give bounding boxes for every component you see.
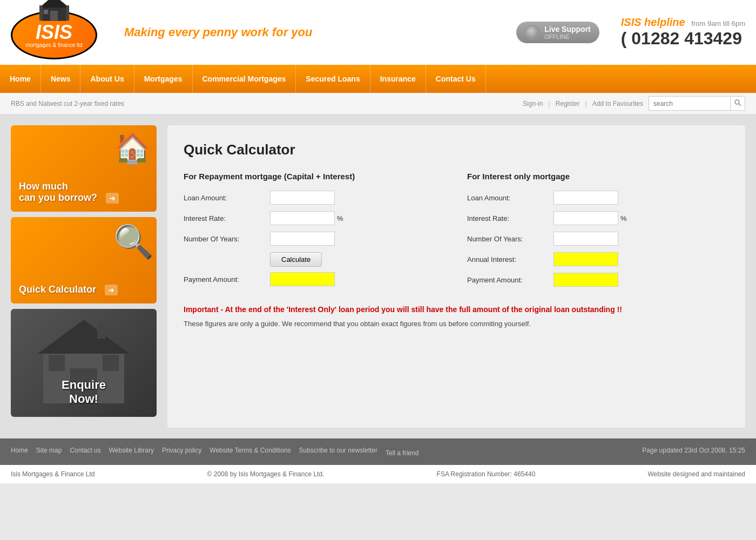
nav-link-news[interactable]: News <box>41 65 81 93</box>
guide-text: These figures are only a guide. We recom… <box>184 320 729 328</box>
enquire-card-inner: Enquire Now! <box>11 309 157 417</box>
live-support-badge[interactable]: Live Support OFFLINE <box>516 22 599 43</box>
repayment-section: For Repayment mortgage (Capital + Intere… <box>184 172 446 293</box>
footer-link-contact[interactable]: Contact us <box>70 447 100 457</box>
search-box <box>649 96 745 111</box>
nav-link-about[interactable]: About Us <box>80 65 134 93</box>
interest-payment-row: Payment Amount: <box>467 273 729 287</box>
svg-rect-12 <box>103 355 119 371</box>
svg-marker-9 <box>38 320 130 354</box>
calculator-grid: For Repayment mortgage (Capital + Intere… <box>184 172 729 293</box>
enquire-label: Enquire <box>62 378 106 392</box>
search-button[interactable] <box>730 97 745 110</box>
footer-link-terms[interactable]: Website Terms & Conditions <box>210 447 291 457</box>
nav-item-insurance[interactable]: Insurance <box>370 65 426 93</box>
calc-magnifier-icon: 🔍 <box>113 222 154 261</box>
nav-item-commercial[interactable]: Commercial Mortgages <box>193 65 296 93</box>
borrow-card-inner: 🏠 How much can you borrow? ➜ <box>11 125 157 212</box>
interest-loan-row: Loan Amount: <box>467 191 729 205</box>
footer-link-library[interactable]: Website Library <box>109 447 154 457</box>
borrow-label2: can you borrow? <box>19 192 97 204</box>
nav-link-secured[interactable]: Secured Loans <box>296 65 370 93</box>
nav-item-secured[interactable]: Secured Loans <box>296 65 370 93</box>
register-link[interactable]: Register <box>556 100 580 107</box>
repayment-title: For Repayment mortgage (Capital + Intere… <box>184 172 446 181</box>
sidebar: 🏠 How much can you borrow? ➜ 🔍 Quick Cal… <box>11 125 157 428</box>
interest-annual-result <box>554 252 618 266</box>
svg-rect-11 <box>49 355 65 371</box>
interest-annual-row: Annual Interest: <box>467 252 729 266</box>
helpline: ISIS helpline from 9am till 6pm ( 01282 … <box>621 16 745 49</box>
enquire-card[interactable]: Enquire Now! <box>11 309 157 417</box>
footer-link-friend[interactable]: Tell a friend <box>386 449 418 457</box>
footer-link-subscribe[interactable]: Subscribe to our newsletter <box>299 447 377 457</box>
search-icon <box>734 99 741 106</box>
footer-copyright: © 2008 by Isis Mortgages & Finance Ltd. <box>207 470 325 478</box>
interest-annual-label: Annual Interest: <box>467 255 554 264</box>
nav-link-insurance[interactable]: Insurance <box>370 65 426 93</box>
footer-page-updated: Page updated 23rd Oct 2008, 15:25 <box>642 447 745 454</box>
interest-rate-label: Interest Rate: <box>467 214 554 222</box>
footer-link-home[interactable]: Home <box>11 447 28 457</box>
svg-rect-2 <box>50 11 58 21</box>
borrow-card[interactable]: 🏠 How much can you borrow? ➜ <box>11 125 157 212</box>
interest-rate-row: Interest Rate: % <box>467 211 729 225</box>
svg-rect-13 <box>97 322 105 339</box>
logo-sub: mortgages & finance ltd <box>25 42 82 48</box>
footer-fsa: FSA Registration Number: 465440 <box>437 470 536 478</box>
footer-link-sitemap[interactable]: Site map <box>36 447 62 457</box>
interest-only-section: For Interest only mortgage Loan Amount: … <box>467 172 729 293</box>
sign-in-link[interactable]: Sign-in <box>523 100 543 107</box>
add-favourites-link[interactable]: Add to Favourites <box>592 100 643 107</box>
subnav-news: RBS and Natwest cut 2-year fixed rates <box>11 100 124 107</box>
interest-pct-symbol: % <box>620 214 627 222</box>
calculate-button[interactable]: Calculate <box>270 252 322 267</box>
live-support-status: OFFLINE <box>544 33 591 40</box>
nav-item-contact[interactable]: Contact Us <box>426 65 486 93</box>
content-area: Quick Calculator For Repayment mortgage … <box>167 125 745 428</box>
nav-item-mortgages[interactable]: Mortgages <box>134 65 193 93</box>
helpline-phone: ( 01282 413429 <box>621 29 745 49</box>
nav-link-home[interactable]: Home <box>0 65 41 93</box>
interest-loan-input[interactable] <box>554 191 618 205</box>
nav-link-commercial[interactable]: Commercial Mortgages <box>193 65 296 93</box>
repayment-payment-result <box>270 272 335 286</box>
important-warning: Important - At the end of the 'Interest … <box>184 304 729 315</box>
repayment-loan-row: Loan Amount: <box>184 191 446 205</box>
nav-item-home[interactable]: Home <box>0 65 41 93</box>
calc-arrow-icon: ➜ <box>105 285 118 295</box>
repayment-payment-label: Payment Amount: <box>184 275 270 284</box>
repayment-rate-input[interactable] <box>270 211 335 225</box>
nav-item-about[interactable]: About Us <box>80 65 134 93</box>
helpline-hours: from 9am till 6pm <box>691 19 745 28</box>
helpline-label: ISIS helpline <box>621 16 685 28</box>
page-title: Quick Calculator <box>184 141 729 158</box>
interest-rate-input[interactable] <box>554 211 618 225</box>
footer-top: Home Site map Contact us Website Library… <box>11 447 745 457</box>
footer-bottom: Isis Mortgages & Finance Ltd © 2008 by I… <box>0 465 756 483</box>
logo-text: ISIS <box>25 23 82 42</box>
interest-payment-result <box>554 273 618 287</box>
quick-calc-card[interactable]: 🔍 Quick Calculator ➜ <box>11 217 157 303</box>
borrow-arrow-icon: ➜ <box>106 193 119 204</box>
svg-line-7 <box>739 104 741 106</box>
nav-item-news[interactable]: News <box>41 65 81 93</box>
repayment-years-input[interactable] <box>270 232 335 246</box>
navigation: Home News About Us Mortgages Commercial … <box>0 65 756 93</box>
calc-card-label: Quick Calculator <box>19 284 96 295</box>
enquire-label2: Now! <box>62 392 106 406</box>
nav-link-mortgages[interactable]: Mortgages <box>134 65 193 93</box>
nav-link-contact[interactable]: Contact Us <box>426 65 486 93</box>
interest-years-input[interactable] <box>554 232 618 246</box>
repayment-years-row: Number Of Years: <box>184 232 446 246</box>
footer-link-privacy[interactable]: Privacy policy <box>162 447 201 457</box>
repayment-loan-input[interactable] <box>270 191 335 205</box>
repayment-loan-label: Loan Amount: <box>184 194 270 202</box>
repayment-pct-symbol: % <box>337 214 343 222</box>
borrow-house-icon: 🏠 <box>114 131 151 166</box>
svg-point-6 <box>735 100 739 104</box>
quick-calc-card-inner: 🔍 Quick Calculator ➜ <box>11 217 157 303</box>
main-content: 🏠 How much can you borrow? ➜ 🔍 Quick Cal… <box>0 114 756 438</box>
nav-list: Home News About Us Mortgages Commercial … <box>0 65 756 93</box>
search-input[interactable] <box>649 97 730 110</box>
